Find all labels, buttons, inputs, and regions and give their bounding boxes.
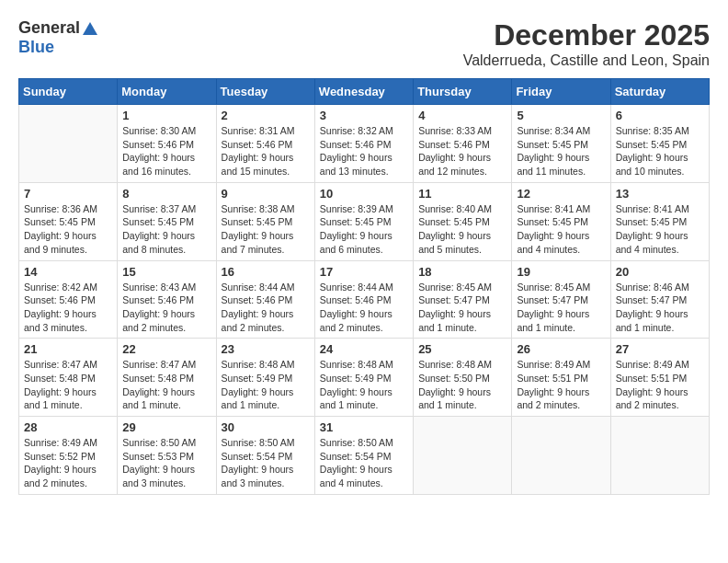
day-number: 31: [320, 420, 408, 434]
day-number: 14: [24, 265, 112, 279]
day-cell: 3Sunrise: 8:32 AM Sunset: 5:46 PM Daylig…: [314, 105, 413, 183]
day-cell: 9Sunrise: 8:38 AM Sunset: 5:45 PM Daylig…: [216, 182, 314, 260]
day-number: 28: [24, 420, 112, 434]
weekday-header-saturday: Saturday: [610, 79, 709, 105]
day-info: Sunrise: 8:46 AM Sunset: 5:47 PM Dayligh…: [616, 281, 704, 335]
day-number: 10: [320, 187, 408, 201]
month-title: December 2025: [463, 18, 710, 52]
day-cell: 16Sunrise: 8:44 AM Sunset: 5:46 PM Dayli…: [216, 260, 314, 339]
weekday-header-sunday: Sunday: [19, 79, 118, 105]
day-cell: 21Sunrise: 8:47 AM Sunset: 5:48 PM Dayli…: [19, 339, 118, 417]
day-info: Sunrise: 8:50 AM Sunset: 5:54 PM Dayligh…: [222, 436, 310, 490]
week-row-2: 7Sunrise: 8:36 AM Sunset: 5:45 PM Daylig…: [19, 182, 710, 260]
day-number: 9: [222, 187, 310, 201]
day-info: Sunrise: 8:36 AM Sunset: 5:45 PM Dayligh…: [24, 202, 112, 257]
day-number: 5: [517, 109, 605, 122]
day-number: 7: [24, 187, 112, 201]
day-info: Sunrise: 8:49 AM Sunset: 5:51 PM Dayligh…: [517, 358, 605, 412]
day-number: 3: [320, 109, 408, 122]
day-cell: 29Sunrise: 8:50 AM Sunset: 5:53 PM Dayli…: [118, 417, 216, 495]
weekday-header-row: SundayMondayTuesdayWednesdayThursdayFrid…: [19, 79, 710, 105]
week-row-5: 28Sunrise: 8:49 AM Sunset: 5:52 PM Dayli…: [19, 417, 710, 495]
day-info: Sunrise: 8:41 AM Sunset: 5:45 PM Dayligh…: [517, 202, 605, 257]
logo-icon: [82, 20, 98, 37]
day-cell: 12Sunrise: 8:41 AM Sunset: 5:45 PM Dayli…: [512, 182, 610, 260]
day-cell: 19Sunrise: 8:45 AM Sunset: 5:47 PM Dayli…: [512, 260, 610, 339]
day-info: Sunrise: 8:39 AM Sunset: 5:45 PM Dayligh…: [320, 202, 408, 257]
day-cell: [414, 417, 512, 495]
day-number: 13: [616, 187, 704, 201]
day-cell: 6Sunrise: 8:35 AM Sunset: 5:45 PM Daylig…: [610, 105, 709, 183]
day-cell: 28Sunrise: 8:49 AM Sunset: 5:52 PM Dayli…: [19, 417, 118, 495]
day-cell: [610, 417, 709, 495]
day-number: 17: [320, 265, 408, 279]
day-cell: 23Sunrise: 8:48 AM Sunset: 5:49 PM Dayli…: [216, 339, 314, 417]
weekday-header-friday: Friday: [512, 79, 610, 105]
day-info: Sunrise: 8:37 AM Sunset: 5:45 PM Dayligh…: [122, 202, 210, 257]
day-number: 1: [122, 109, 210, 122]
day-cell: 22Sunrise: 8:47 AM Sunset: 5:48 PM Dayli…: [118, 339, 216, 417]
day-info: Sunrise: 8:31 AM Sunset: 5:46 PM Dayligh…: [222, 124, 310, 178]
day-info: Sunrise: 8:44 AM Sunset: 5:46 PM Dayligh…: [320, 281, 408, 335]
day-cell: [512, 417, 610, 495]
day-info: Sunrise: 8:30 AM Sunset: 5:46 PM Dayligh…: [122, 124, 210, 178]
day-number: 23: [222, 342, 310, 356]
weekday-header-wednesday: Wednesday: [314, 79, 413, 105]
calendar: SundayMondayTuesdayWednesdayThursdayFrid…: [18, 78, 710, 495]
day-cell: 4Sunrise: 8:33 AM Sunset: 5:46 PM Daylig…: [414, 105, 512, 183]
day-cell: 24Sunrise: 8:48 AM Sunset: 5:49 PM Dayli…: [314, 339, 413, 417]
day-info: Sunrise: 8:38 AM Sunset: 5:45 PM Dayligh…: [222, 202, 310, 257]
day-number: 11: [418, 187, 506, 201]
day-cell: 11Sunrise: 8:40 AM Sunset: 5:45 PM Dayli…: [414, 182, 512, 260]
svg-marker-0: [83, 22, 97, 35]
week-row-3: 14Sunrise: 8:42 AM Sunset: 5:46 PM Dayli…: [19, 260, 710, 339]
day-number: 2: [222, 109, 310, 122]
day-info: Sunrise: 8:44 AM Sunset: 5:46 PM Dayligh…: [222, 281, 310, 335]
day-cell: 2Sunrise: 8:31 AM Sunset: 5:46 PM Daylig…: [216, 105, 314, 183]
day-info: Sunrise: 8:49 AM Sunset: 5:51 PM Dayligh…: [616, 358, 704, 412]
day-info: Sunrise: 8:47 AM Sunset: 5:48 PM Dayligh…: [122, 358, 210, 412]
day-info: Sunrise: 8:48 AM Sunset: 5:50 PM Dayligh…: [418, 358, 506, 412]
day-cell: 15Sunrise: 8:43 AM Sunset: 5:46 PM Dayli…: [118, 260, 216, 339]
day-cell: 26Sunrise: 8:49 AM Sunset: 5:51 PM Dayli…: [512, 339, 610, 417]
day-info: Sunrise: 8:35 AM Sunset: 5:45 PM Dayligh…: [616, 124, 704, 178]
day-info: Sunrise: 8:47 AM Sunset: 5:48 PM Dayligh…: [24, 358, 112, 412]
day-info: Sunrise: 8:50 AM Sunset: 5:54 PM Dayligh…: [320, 436, 408, 490]
day-info: Sunrise: 8:34 AM Sunset: 5:45 PM Dayligh…: [517, 124, 605, 178]
day-cell: 30Sunrise: 8:50 AM Sunset: 5:54 PM Dayli…: [216, 417, 314, 495]
day-cell: 7Sunrise: 8:36 AM Sunset: 5:45 PM Daylig…: [19, 182, 118, 260]
day-info: Sunrise: 8:45 AM Sunset: 5:47 PM Dayligh…: [517, 281, 605, 335]
day-number: 8: [122, 187, 210, 201]
day-number: 26: [517, 342, 605, 356]
day-cell: 14Sunrise: 8:42 AM Sunset: 5:46 PM Dayli…: [19, 260, 118, 339]
day-number: 24: [320, 342, 408, 356]
day-cell: 18Sunrise: 8:45 AM Sunset: 5:47 PM Dayli…: [414, 260, 512, 339]
day-info: Sunrise: 8:50 AM Sunset: 5:53 PM Dayligh…: [122, 436, 210, 490]
day-number: 29: [122, 420, 210, 434]
logo-blue-text: Blue: [18, 38, 54, 56]
day-info: Sunrise: 8:48 AM Sunset: 5:49 PM Dayligh…: [222, 358, 310, 412]
day-cell: 27Sunrise: 8:49 AM Sunset: 5:51 PM Dayli…: [610, 339, 709, 417]
location-title: Valderrueda, Castille and Leon, Spain: [463, 52, 710, 69]
day-number: 22: [122, 342, 210, 356]
day-info: Sunrise: 8:41 AM Sunset: 5:45 PM Dayligh…: [616, 202, 704, 257]
day-info: Sunrise: 8:40 AM Sunset: 5:45 PM Dayligh…: [418, 202, 506, 257]
day-cell: 5Sunrise: 8:34 AM Sunset: 5:45 PM Daylig…: [512, 105, 610, 183]
weekday-header-tuesday: Tuesday: [216, 79, 314, 105]
day-number: 19: [517, 265, 605, 279]
day-number: 18: [418, 265, 506, 279]
day-cell: 13Sunrise: 8:41 AM Sunset: 5:45 PM Dayli…: [610, 182, 709, 260]
day-number: 25: [418, 342, 506, 356]
day-number: 30: [222, 420, 310, 434]
day-number: 4: [418, 109, 506, 122]
day-info: Sunrise: 8:43 AM Sunset: 5:46 PM Dayligh…: [122, 281, 210, 335]
day-cell: 31Sunrise: 8:50 AM Sunset: 5:54 PM Dayli…: [314, 417, 413, 495]
week-row-1: 1Sunrise: 8:30 AM Sunset: 5:46 PM Daylig…: [19, 105, 710, 183]
day-info: Sunrise: 8:32 AM Sunset: 5:46 PM Dayligh…: [320, 124, 408, 178]
day-cell: 25Sunrise: 8:48 AM Sunset: 5:50 PM Dayli…: [414, 339, 512, 417]
day-number: 20: [616, 265, 704, 279]
logo: General Blue: [18, 18, 98, 57]
weekday-header-thursday: Thursday: [414, 79, 512, 105]
day-number: 21: [24, 342, 112, 356]
day-number: 15: [122, 265, 210, 279]
